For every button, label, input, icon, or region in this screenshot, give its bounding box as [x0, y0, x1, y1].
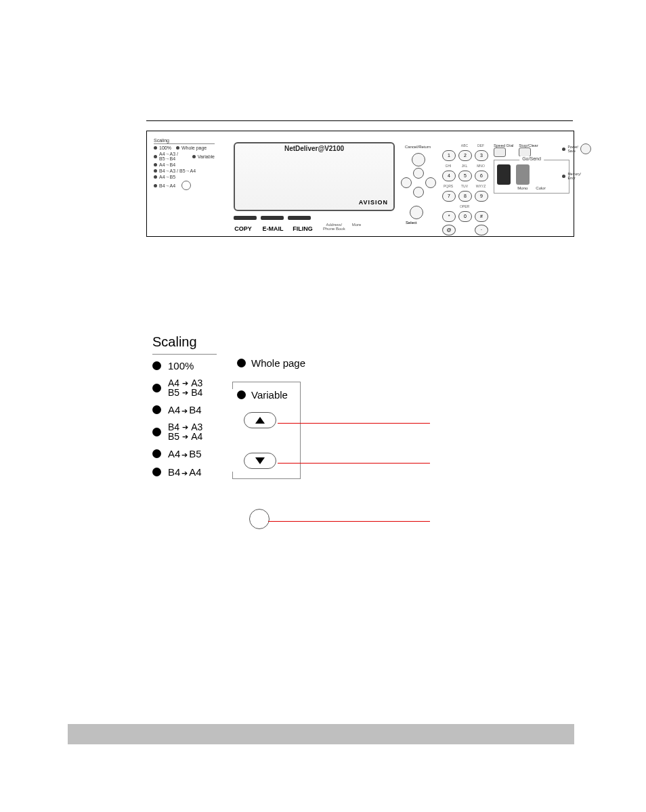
led-dot	[152, 428, 161, 436]
led-dot	[154, 155, 157, 158]
control-panel-figure: Scaling 100% Whole page A4→A3 / B5→B4 Va…	[146, 131, 574, 237]
mode-led	[288, 216, 311, 220]
callout-line	[268, 521, 430, 522]
led-dot	[237, 359, 246, 367]
mode-led	[234, 216, 257, 220]
mini-scaling-opt: A4→B4	[159, 162, 175, 167]
led-dot	[154, 169, 157, 173]
power-button[interactable]	[580, 143, 591, 154]
brand-label: AVISION	[359, 199, 388, 206]
key-star[interactable]: *	[442, 211, 456, 222]
mode-email[interactable]: E-MAIL	[259, 225, 286, 232]
mini-scaling-opt: A4→A3 / B5→B4	[159, 152, 189, 161]
mini-scaling-opt: B4→A4	[159, 183, 175, 188]
cancel-label: Cancel/Return	[397, 145, 438, 149]
key-7[interactable]: 7	[442, 191, 456, 202]
mode-filing[interactable]: FILING	[289, 225, 316, 232]
speeddial-button[interactable]	[494, 148, 506, 157]
key-1[interactable]: 1	[442, 150, 456, 161]
gosend-group: Go/Send Mono Color	[494, 160, 569, 194]
arrow-icon: ➔	[181, 469, 188, 477]
key-0[interactable]: 0	[458, 211, 472, 222]
dpad-right[interactable]	[425, 177, 436, 188]
arrow-icon: ➔	[182, 424, 188, 431]
key-3[interactable]: 3	[475, 150, 488, 161]
scaling-figure: Scaling 100% A4➔A3 B5➔B4 A4➔B4 B4➔A3 B5➔…	[152, 334, 301, 484]
dpad-left[interactable]	[401, 177, 412, 188]
dpad	[401, 172, 435, 192]
variable-up-button[interactable]	[244, 412, 276, 428]
key-6[interactable]: 6	[475, 171, 488, 181]
led-dot	[152, 468, 161, 476]
scaling-title: Scaling	[152, 334, 301, 350]
arrow-icon: ➔	[181, 407, 188, 415]
status-leds: Power/ Save Memory/ Error	[562, 143, 591, 180]
more-label[interactable]: More	[352, 223, 362, 231]
addrbook-label[interactable]: Address/ Phone Book	[323, 223, 345, 231]
page-footer-bar	[68, 724, 574, 744]
led-dot	[154, 146, 157, 150]
dpad-up[interactable]	[413, 168, 424, 179]
mono-label: Mono	[517, 186, 527, 190]
dpad-down[interactable]	[413, 187, 424, 198]
led-dot	[562, 175, 565, 178]
scaling-hr	[152, 354, 217, 355]
key-8[interactable]: 8	[458, 191, 472, 202]
scaling-cycle-button[interactable]	[249, 509, 270, 529]
key-5[interactable]: 5	[458, 171, 472, 181]
mini-whole: Whole page	[181, 145, 207, 150]
color-label: Color	[536, 186, 545, 190]
mode-copy[interactable]: COPY	[230, 225, 257, 232]
arrow-icon: ➔	[182, 389, 188, 397]
mini-scaling-opt: B4→A3 / B5→A4	[159, 168, 196, 173]
key-at[interactable]: @	[442, 225, 456, 235]
led-dot	[152, 361, 161, 370]
triangle-up-icon	[255, 417, 265, 424]
triangle-down-icon	[255, 457, 265, 464]
mode-led	[261, 216, 284, 220]
mini-scaling-title: Scaling	[154, 138, 215, 144]
arrow-icon: ➔	[182, 380, 188, 387]
mono-send-button[interactable]	[497, 164, 511, 185]
stopclear-button[interactable]	[519, 148, 531, 157]
callout-line	[278, 463, 430, 464]
led-dot	[154, 163, 157, 166]
key-9[interactable]: 9	[475, 191, 488, 202]
nav-cluster: Cancel/Return Select	[397, 145, 438, 219]
mini-scaling-opt: 100%	[159, 145, 171, 150]
mode-labels: COPY E-MAIL FILING	[230, 225, 316, 232]
arrow-icon: ➔	[181, 451, 188, 459]
numeric-keypad: ABC DEF 1 2 3 GHI JKL MNO 4 5 6 PQRS TUV…	[442, 143, 487, 235]
gosend-title: Go/Send	[519, 156, 544, 161]
led-dot	[562, 148, 565, 151]
key-dot[interactable]: ·	[475, 225, 488, 235]
led-dot	[152, 405, 161, 414]
stopclear-label: Stop/Clear	[519, 143, 538, 148]
small-labels: Address/ Phone Book More	[323, 223, 361, 231]
key-4[interactable]: 4	[442, 171, 456, 181]
select-label: Select	[406, 221, 417, 225]
key-hash[interactable]: #	[475, 211, 488, 222]
select-button[interactable]	[410, 206, 423, 219]
cancel-button[interactable]	[412, 153, 425, 166]
color-send-button[interactable]	[516, 164, 530, 185]
led-dot	[152, 384, 161, 392]
scaling-opt-wholepage[interactable]: Whole page	[237, 357, 311, 369]
key-2[interactable]: 2	[458, 150, 472, 161]
mini-variable: Variable	[198, 154, 215, 159]
mini-scaling-block: Scaling 100% Whole page A4→A3 / B5→B4 Va…	[154, 138, 215, 191]
right-cluster: Speed Dial Stop/Clear Go/Send Mono Color	[494, 143, 569, 194]
variable-down-button[interactable]	[244, 453, 276, 469]
callout-line	[278, 423, 430, 424]
arrow-icon: ➔	[182, 433, 188, 441]
mini-scaling-opt: A4→B5	[159, 175, 175, 179]
mode-led-row	[234, 216, 311, 220]
led-dot	[154, 175, 157, 179]
speeddial-label: Speed Dial	[494, 143, 513, 148]
led-dot	[152, 449, 161, 458]
section-rule	[146, 120, 573, 121]
led-dot	[154, 184, 157, 187]
led-dot	[176, 146, 179, 150]
mini-scaling-button[interactable]	[181, 181, 191, 190]
lcd-screen: NetDeliver@V2100 AVISION	[234, 142, 395, 211]
